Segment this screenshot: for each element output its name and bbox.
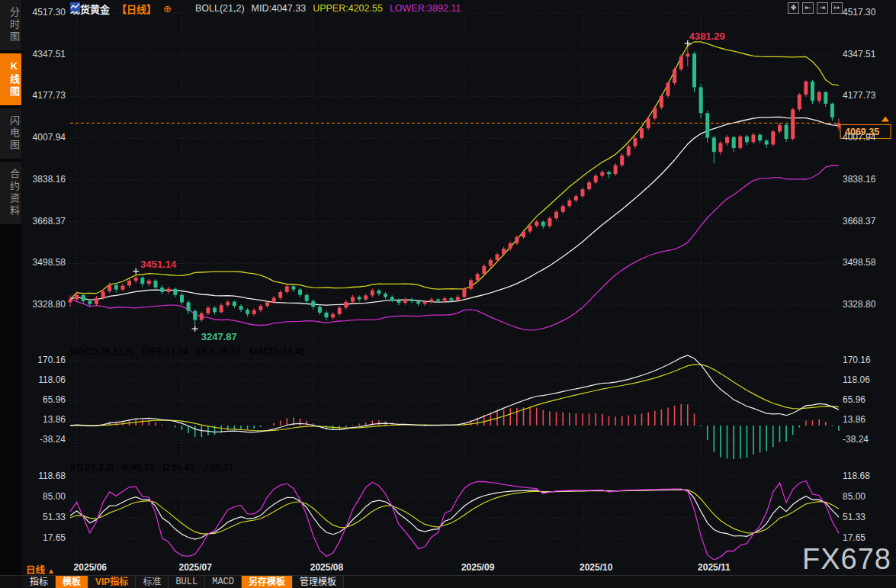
macd-name: MACD(26,12,9) [70,346,133,357]
macd-axis-label: 118.06 [843,374,887,385]
candlestick-chart-surface[interactable]: 3451.143247.874381.294069.35 [0,0,896,588]
sidebar-tab-flash[interactable]: 闪电图 [0,108,21,159]
svg-text:4381.29: 4381.29 [689,31,725,42]
price-axis-label: 4347.51 [843,49,887,59]
chart-header: 现货黄金 【日线】 ⊕ BOLL(21,2) MID:4047.33 UPPER… [70,2,461,14]
kdj-axis-label: 85.00 [21,491,66,502]
sidebar-tab-contract-info[interactable]: 合约资料 [0,162,21,224]
toolbar-item-标准[interactable]: 标准 [136,576,169,588]
toolbar-item-MACD[interactable]: MACD [205,576,242,588]
boll-mid-value: MID:4047.33 [252,3,307,14]
add-overlay-icon[interactable]: ⊕ [163,3,172,14]
kdj-k-value: K:45.73 [123,462,154,473]
price-axis-label: 3668.37 [843,216,887,227]
sidebar-tab-kline[interactable]: K线图 [0,53,21,105]
macd-header: MACD(26,12,9) DIFF:31.94 DEA:38.67 MACD:… [70,346,311,357]
price-axis-label: 3498.58 [843,257,887,268]
macd-axis-label: 13.86 [843,414,887,425]
macd-axis-label: 13.86 [21,414,66,425]
kdj-name: KDJ(9,3,3) [70,462,114,473]
macd-dea-value: DEA:38.67 [197,346,241,357]
boll-lower-value: LOWER:3892.11 [390,3,461,14]
kdj-header: KDJ(9,3,3) K:45.73 D:55.43 J:26.31 [70,462,239,473]
compress-right-icon[interactable]: ⇥ [817,2,828,14]
date-axis-label: 2025/08 [310,562,343,573]
svg-text:3247.87: 3247.87 [201,331,237,342]
chart-app: 分时图 K线图 闪电图 合约资料 3451.143247.874381.2940… [0,0,896,588]
price-axis-label: 4517.30 [843,7,887,18]
macd-axis-label: 65.96 [843,394,887,405]
macd-axis-label: 170.16 [21,355,66,365]
toolbar-item-模板[interactable]: 模板 [56,576,88,588]
kdj-axis-label: 118.68 [843,471,887,481]
bottom-toolbar: 指标模板VIP指标标准BULLMACD另存模板管理模板 [0,575,896,588]
date-axis-label: 2025/07 [178,562,211,573]
toolbar-item-BULL[interactable]: BULL [169,576,205,588]
kdj-axis-label: 85.00 [843,491,887,502]
price-axis-label: 4517.30 [21,7,66,18]
price-axis-label: 3668.37 [21,216,66,227]
macd-axis-label: 170.16 [843,355,887,365]
kdj-d-value: D:55.43 [162,462,194,473]
macd-axis-label: 65.96 [21,394,66,405]
price-axis-label: 3328.80 [21,299,66,310]
sidebar-tab-timeline[interactable]: 分时图 [0,0,21,50]
price-up-arrow-icon [882,116,889,121]
kdj-axis-label: 17.65 [843,532,887,543]
period-selector-label: 日线 [26,565,45,576]
date-axis-label: 2025/09 [461,562,494,573]
chart-tool-icons: ✥⇤⇥↦ [788,2,843,14]
date-axis-label: 2025/11 [698,562,731,573]
boll-upper-value: UPPER:4202.55 [313,3,383,14]
price-axis-label: 4007.94 [843,132,887,143]
price-axis-label: 3328.80 [843,299,887,310]
move-chart-icon[interactable]: ✥ [788,2,799,14]
price-axis-label: 3498.58 [21,257,66,268]
price-axis-label: 4347.51 [21,49,66,59]
kdj-axis-label: 118.68 [21,471,66,481]
price-axis-label: 4007.94 [21,132,66,143]
date-axis-label: 2025/10 [580,562,612,573]
price-axis-label: 4177.73 [21,90,66,101]
macd-axis-label: 118.06 [21,374,66,385]
macd-axis-label: -38.24 [843,434,887,445]
compress-left-icon[interactable]: ⇤ [802,2,814,14]
period-tag[interactable]: 【日线】 [117,2,156,16]
kdj-axis-label: 17.65 [21,532,66,543]
macd-panel [70,355,839,461]
kline-indicator-icon [178,4,188,13]
kdj-panel [70,481,839,561]
kdj-j-value: J:26.31 [204,462,233,473]
macd-axis-label: -38.24 [21,434,66,445]
date-axis-label: 2025/06 [74,562,107,573]
toolbar-item-管理模板[interactable]: 管理模板 [293,576,344,588]
kdj-axis-label: 51.33 [843,512,887,522]
price-axis-label: 3838.16 [843,174,887,185]
toolbar-item-指标[interactable]: 指标 [23,576,56,588]
macd-diff-value: DIFF:31.94 [143,346,188,357]
price-axis-label: 4177.73 [843,90,887,101]
pan-right-icon[interactable]: ↦ [831,2,843,14]
left-sidebar: 分时图 K线图 闪电图 合约资料 [0,0,21,588]
kdj-axis-label: 51.33 [21,512,66,522]
triangle-up-icon: ▲ [47,567,55,575]
boll-bands [69,42,841,330]
macd-bar-value: MACD:-13.45 [249,346,305,357]
toolbar-item-另存模板[interactable]: 另存模板 [242,576,293,588]
price-axis-label: 3838.16 [21,174,66,185]
boll-label: BOLL(21,2) [195,3,245,14]
brand-watermark: FX678 [802,543,891,576]
toolbar-item-VIP指标[interactable]: VIP指标 [88,576,136,588]
svg-text:3451.14: 3451.14 [140,259,177,270]
candlestick-series [69,47,841,325]
